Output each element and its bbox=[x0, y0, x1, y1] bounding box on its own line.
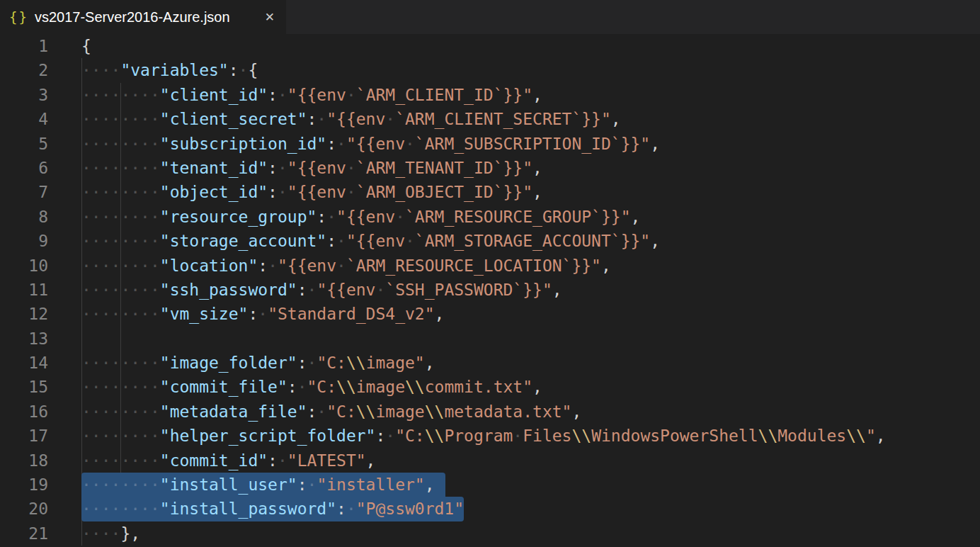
token: WindowsPowerShell bbox=[591, 427, 758, 445]
token: \\ bbox=[336, 378, 356, 396]
code-line[interactable]: 21····}, bbox=[0, 521, 980, 546]
whitespace-dots: · bbox=[385, 110, 395, 128]
code-line[interactable]: 17········"helper_script_folder":·"C:\\P… bbox=[0, 424, 980, 448]
line-number[interactable]: 7 bbox=[0, 180, 48, 204]
code-line[interactable]: 8········"resource_group":·"{{env·`ARM_R… bbox=[0, 205, 980, 229]
token: `ARM_CLIENT_SECRET`}}" bbox=[395, 110, 611, 128]
code-content: ········"metadata_file":·"C:\\image\\met… bbox=[81, 400, 980, 424]
token: , bbox=[650, 232, 660, 250]
whitespace-dots: ········ bbox=[81, 402, 160, 421]
token: : bbox=[287, 378, 297, 396]
token: \\ bbox=[346, 354, 366, 372]
code-line[interactable]: 12········"vm_size":·"Standard_DS4_v2", bbox=[0, 302, 980, 326]
indent-guide bbox=[81, 327, 82, 351]
token: { bbox=[81, 37, 91, 55]
code-line[interactable]: 11········"ssh_password":·"{{env·`SSH_PA… bbox=[0, 278, 980, 302]
code-line[interactable]: 10········"location":·"{{env·`ARM_RESOUR… bbox=[0, 254, 980, 278]
whitespace-dots: · bbox=[336, 135, 346, 153]
line-number[interactable]: 4 bbox=[0, 107, 48, 131]
tab-vs2017-server2016-azure[interactable]: {} vs2017-Server2016-Azure.json ✕ bbox=[0, 0, 286, 34]
whitespace-dots: · bbox=[336, 232, 346, 250]
token: "client_secret" bbox=[160, 110, 307, 128]
code-line[interactable]: 4········"client_secret":·"{{env·`ARM_CL… bbox=[0, 107, 980, 131]
whitespace-dots: ········ bbox=[81, 86, 160, 104]
editor[interactable]: 1{2····"variables":·{3········"client_id… bbox=[0, 34, 980, 547]
line-number[interactable]: 11 bbox=[0, 278, 48, 302]
code-line[interactable]: 1{ bbox=[0, 34, 980, 58]
whitespace-dots: · bbox=[513, 427, 523, 445]
line-number[interactable]: 10 bbox=[0, 254, 48, 278]
line-number[interactable]: 16 bbox=[0, 400, 48, 424]
token: : bbox=[326, 232, 336, 250]
line-number[interactable]: 8 bbox=[0, 205, 48, 229]
line-number[interactable]: 14 bbox=[0, 351, 48, 375]
token: "{{env bbox=[326, 110, 385, 128]
line-number[interactable]: 1 bbox=[0, 34, 48, 58]
code-line[interactable]: 7········"object_id":·"{{env·`ARM_OBJECT… bbox=[0, 180, 980, 204]
token: `ARM_CLIENT_ID`}}" bbox=[356, 86, 532, 104]
token: "variables" bbox=[120, 61, 228, 79]
whitespace-dots: · bbox=[307, 475, 317, 494]
code-content: ········"install_password":·"P@ssw0rd1" bbox=[81, 497, 980, 521]
token: : bbox=[297, 281, 307, 299]
line-number[interactable]: 20 bbox=[0, 497, 48, 521]
whitespace-dots: ···· bbox=[81, 524, 120, 543]
line-number[interactable]: 19 bbox=[0, 473, 48, 497]
token: "Standard_DS4_v2" bbox=[268, 305, 434, 323]
whitespace-dots: ········ bbox=[81, 135, 160, 153]
code-line[interactable]: 5········"subscription_id":·"{{env·`ARM_… bbox=[0, 132, 980, 156]
line-number[interactable]: 15 bbox=[0, 375, 48, 399]
line-number[interactable]: 3 bbox=[0, 83, 48, 107]
code-content: ········"object_id":·"{{env·`ARM_OBJECT_… bbox=[81, 180, 980, 204]
code-line[interactable]: 13 bbox=[0, 327, 980, 351]
whitespace-dots: ········ bbox=[81, 183, 160, 201]
token: metadata.txt" bbox=[444, 402, 571, 421]
line-number[interactable]: 12 bbox=[0, 302, 48, 326]
token: "vm_size" bbox=[160, 305, 249, 323]
token: "metadata_file" bbox=[160, 402, 307, 421]
token: , bbox=[611, 110, 621, 128]
code-line[interactable]: 9········"storage_account":·"{{env·`ARM_… bbox=[0, 229, 980, 253]
line-number[interactable]: 21 bbox=[0, 521, 48, 546]
code-line[interactable]: 20········"install_password":·"P@ssw0rd1… bbox=[0, 497, 980, 521]
token: `ARM_RESOURCE_GROUP`}}" bbox=[405, 208, 631, 226]
token: "ssh_password" bbox=[160, 281, 297, 299]
line-number[interactable]: 5 bbox=[0, 132, 48, 156]
whitespace-dots: ········ bbox=[81, 500, 160, 518]
whitespace-dots: ········ bbox=[81, 427, 160, 445]
close-icon[interactable]: ✕ bbox=[263, 10, 276, 25]
line-number[interactable]: 2 bbox=[0, 58, 48, 82]
whitespace-dots: · bbox=[278, 159, 287, 177]
token: , bbox=[601, 256, 611, 275]
code-content: ········"client_secret":·"{{env·`ARM_CLI… bbox=[81, 107, 980, 131]
code-line[interactable]: 16········"metadata_file":·"C:\\image\\m… bbox=[0, 400, 980, 424]
token: : bbox=[268, 86, 278, 104]
line-number[interactable]: 17 bbox=[0, 424, 48, 448]
token: \\ bbox=[846, 427, 866, 445]
code-line[interactable]: 6········"tenant_id":·"{{env·`ARM_TENANT… bbox=[0, 156, 980, 180]
token: }, bbox=[120, 524, 140, 543]
line-number[interactable]: 13 bbox=[0, 327, 48, 351]
code-line[interactable]: 3········"client_id":·"{{env·`ARM_CLIENT… bbox=[0, 83, 980, 107]
whitespace-dots: ········ bbox=[81, 208, 160, 226]
whitespace-dots: ········ bbox=[81, 378, 160, 396]
token: : bbox=[268, 183, 278, 201]
token: "{{env bbox=[336, 208, 395, 226]
whitespace-dots: · bbox=[326, 208, 336, 226]
token: , bbox=[366, 451, 376, 470]
code-content: ········"install_user":·"installer", bbox=[81, 473, 980, 497]
line-number[interactable]: 6 bbox=[0, 156, 48, 180]
code-line[interactable]: 15········"commit_file":·"C:\\image\\com… bbox=[0, 375, 980, 399]
token: "P@ssw0rd1" bbox=[356, 500, 464, 518]
whitespace-dots: · bbox=[239, 61, 249, 79]
code-line[interactable]: 18········"commit_id":·"LATEST", bbox=[0, 449, 980, 473]
code-line[interactable]: 14········"image_folder":·"C:\\image", bbox=[0, 351, 980, 375]
code-line[interactable]: 19········"install_user":·"installer", bbox=[0, 473, 980, 497]
token: `ARM_STORAGE_ACCOUNT`}}" bbox=[415, 232, 650, 250]
whitespace-dots: · bbox=[375, 281, 385, 299]
line-number[interactable]: 9 bbox=[0, 229, 48, 253]
whitespace-dots: · bbox=[278, 86, 287, 104]
code-line[interactable]: 2····"variables":·{ bbox=[0, 58, 980, 82]
token: , bbox=[532, 86, 542, 104]
line-number[interactable]: 18 bbox=[0, 449, 48, 473]
